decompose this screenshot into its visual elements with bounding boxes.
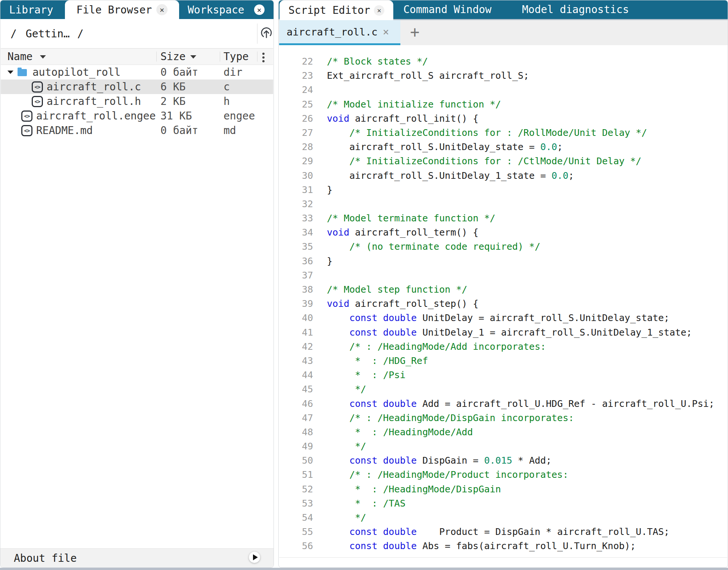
tab-workspace[interactable]: Workspace ✕ (183, 0, 265, 19)
file-type: c (224, 80, 230, 94)
file-type: engee (224, 109, 255, 123)
code-line[interactable]: 47 /* : /HeadingMode/DispGain incorporat… (279, 411, 728, 425)
code-line[interactable]: 53 * : /TAS (279, 496, 728, 511)
code-line[interactable]: 40 const double UnitDelay = aircraft_rol… (279, 311, 728, 325)
line-number: 23 (279, 69, 313, 83)
code-text: /* InitializeConditions for : /CtlMode/U… (327, 154, 641, 168)
code-editor[interactable]: 22/* Block states */23Ext_aircraft_roll_… (279, 45, 728, 556)
tab-library[interactable]: Library (0, 0, 62, 19)
close-icon[interactable]: ✕ (156, 4, 168, 15)
code-line[interactable]: 23Ext_aircraft_roll_S aircraft_roll_S; (279, 69, 728, 83)
column-header-type[interactable]: Type (224, 49, 249, 65)
code-line[interactable]: 38/* Model step function */ (279, 283, 728, 297)
code-text: aircraft_roll_S.UnitDelay_state = 0.0; (327, 140, 563, 154)
line-number: 46 (279, 397, 313, 411)
code-line[interactable]: 27 /* InitializeConditions for : /RollMo… (279, 126, 728, 140)
line-number: 35 (279, 240, 313, 254)
code-line[interactable]: 46 const double Add = aircraft_roll_U.HD… (279, 397, 728, 411)
tab-script-editor[interactable]: Script Editor ✕ (279, 0, 393, 20)
line-number: 56 (279, 539, 313, 553)
code-line[interactable]: 37 (279, 268, 728, 283)
code-text: /* : /HeadingMode/Product incorporates: (327, 468, 568, 482)
code-line[interactable]: 43 * : /HDG_Ref (279, 354, 728, 368)
code-line[interactable]: 30 aircraft_roll_S.UnitDelay_1_state = 0… (279, 169, 728, 183)
line-number: 48 (279, 425, 313, 439)
about-file-bar[interactable]: About file (0, 548, 274, 567)
table-row[interactable]: <>aircraft_roll.h2 КБh (1, 94, 273, 109)
file-name: README.md (36, 123, 93, 138)
code-line[interactable]: 39void aircraft_roll_step() { (279, 297, 728, 311)
code-line[interactable]: 26void aircraft_roll_init() { (279, 112, 728, 126)
close-icon[interactable]: ✕ (254, 4, 265, 15)
line-number: 55 (279, 525, 313, 539)
code-line[interactable]: 55 const double Product = DispGain * air… (279, 525, 728, 539)
new-tab-button[interactable]: + (406, 20, 424, 43)
code-line[interactable]: 54 */ (279, 511, 728, 525)
code-line[interactable]: 45 */ (279, 382, 728, 396)
code-text: const double Product = DispGain * aircra… (327, 525, 669, 539)
table-row[interactable]: autopilot_roll0 байтdir (1, 65, 273, 80)
code-text: */ (327, 511, 366, 525)
code-text: /* : /HeadingMode/Add incorporates: (327, 340, 546, 354)
code-line[interactable]: 32 (279, 197, 728, 211)
code-line[interactable]: 44 * : /Psi (279, 368, 728, 382)
code-line[interactable]: 41 const double UnitDelay_1 = aircraft_r… (279, 326, 728, 340)
line-number: 29 (279, 154, 313, 168)
code-line[interactable]: 24 (279, 83, 728, 97)
table-row[interactable]: <>README.md0 байтmd (1, 123, 273, 138)
close-icon[interactable]: ✕ (374, 5, 384, 16)
line-number: 26 (279, 112, 313, 126)
code-text: const double UnitDelay_1 = aircraft_roll… (327, 326, 692, 340)
code-line[interactable]: 35 /* (no terminate code required) */ (279, 240, 728, 254)
table-row[interactable]: <>aircraft_roll.c6 КБc (1, 80, 273, 94)
breadcrumb-folder[interactable]: Gettin… (26, 28, 70, 40)
code-line[interactable]: 36} (279, 254, 728, 268)
kebab-menu-icon[interactable] (262, 56, 265, 59)
expand-caret-icon[interactable] (7, 71, 13, 74)
code-text: } (327, 254, 332, 268)
code-line[interactable]: 34void aircraft_roll_term() { (279, 225, 728, 240)
column-header-size[interactable]: Size (160, 49, 185, 65)
breadcrumb-root-slash[interactable]: / (10, 28, 17, 40)
sort-arrow-icon[interactable] (190, 55, 196, 59)
code-text: /* : /HeadingMode/DispGain incorporates: (327, 411, 574, 425)
code-text: void aircraft_roll_init() { (327, 112, 478, 126)
file-browser-panel: Library File Browser ✕ Workspace ✕ / Get… (0, 0, 274, 568)
code-line[interactable]: 25/* Model initialize function */ (279, 97, 728, 112)
code-text: void aircraft_roll_term() { (327, 225, 478, 240)
code-line[interactable]: 29 /* InitializeConditions for : /CtlMod… (279, 154, 728, 168)
line-number: 39 (279, 297, 313, 311)
code-line[interactable]: 48 * : /HeadingMode/Add (279, 425, 728, 439)
code-line[interactable]: 49 */ (279, 439, 728, 454)
code-line[interactable]: 22/* Block states */ (279, 54, 728, 69)
tab-model-diagnostics[interactable]: Model diagnostics (522, 0, 629, 19)
tab-file-browser[interactable]: File Browser ✕ (65, 0, 179, 19)
file-tab-aircraft-roll-c[interactable]: aircraft_roll.c × (279, 20, 400, 45)
sort-arrow-icon[interactable] (40, 55, 46, 59)
code-text: /* InitializeConditions for : /RollMode/… (327, 126, 647, 140)
code-line[interactable]: 52 * : /HeadingMode/DispGain (279, 482, 728, 496)
code-text: * : /HeadingMode/Add (327, 425, 473, 439)
line-number: 27 (279, 126, 313, 140)
line-number: 22 (279, 54, 313, 69)
upload-button[interactable] (259, 26, 274, 40)
code-line[interactable]: 42 /* : /HeadingMode/Add incorporates: (279, 340, 728, 354)
code-line[interactable]: 51 /* : /HeadingMode/Product incorporate… (279, 468, 728, 482)
code-file-icon: <> (21, 125, 32, 136)
code-text: /* Model initialize function */ (327, 97, 501, 112)
table-row[interactable]: <>aircraft_roll.engee31 КБengee (1, 109, 273, 123)
code-line[interactable]: 33/* Model terminate function */ (279, 211, 728, 225)
expand-panel-button[interactable] (249, 552, 260, 563)
tab-command-window[interactable]: Command Window (403, 0, 491, 19)
code-line[interactable]: 31} (279, 183, 728, 197)
code-line[interactable]: 50 const double DispGain = 0.015 * Add; (279, 454, 728, 468)
code-line[interactable]: 28 aircraft_roll_S.UnitDelay_state = 0.0… (279, 140, 728, 154)
line-number: 43 (279, 354, 313, 368)
code-text: */ (327, 439, 366, 454)
divider (156, 52, 157, 62)
file-type: h (224, 94, 230, 109)
code-line[interactable]: 56 const double Abs = fabs(aircraft_roll… (279, 539, 728, 553)
close-icon[interactable]: × (383, 26, 389, 38)
column-header-name[interactable]: Name (7, 49, 32, 65)
breadcrumb-trailing-slash: / (77, 28, 84, 40)
